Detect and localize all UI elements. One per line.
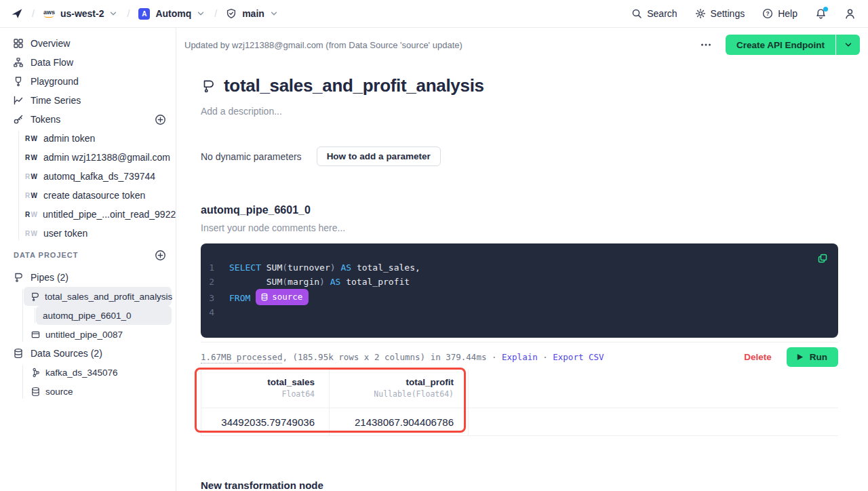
token-permissions: RW	[25, 211, 37, 218]
create-api-endpoint-caret-button[interactable]	[836, 35, 860, 55]
sidebar-item-label: Time Series	[31, 95, 81, 106]
token-item[interactable]: RW automq_kafka_ds_739744	[0, 167, 176, 186]
token-item[interactable]: RW user token	[0, 224, 176, 243]
query-stats: 1.67MB processed, (185.95k rows x 2 colu…	[201, 352, 604, 362]
help-icon: ?	[762, 8, 773, 19]
token-permissions: RW	[25, 135, 38, 142]
copy-icon[interactable]	[816, 252, 829, 265]
group-label: Pipes (2)	[31, 272, 68, 283]
token-item[interactable]: RW admin token	[0, 129, 176, 148]
user-button[interactable]	[844, 8, 856, 20]
branch-name: main	[242, 8, 264, 19]
sidebar-item-playground[interactable]: Playground	[0, 72, 176, 91]
database-icon	[260, 293, 269, 301]
pipe-icon	[13, 272, 24, 283]
settings-button[interactable]: Settings	[695, 8, 745, 19]
column-header: total_sales Float64	[201, 370, 330, 408]
token-label: admin token	[43, 133, 95, 144]
table-cell: 21438067.904406786	[330, 408, 469, 435]
branch-selector[interactable]: main	[226, 8, 279, 19]
tinybird-logo-icon[interactable]	[11, 7, 23, 20]
chart-line-icon	[13, 95, 24, 106]
processed-stat[interactable]: 1.67MB processed	[201, 352, 282, 364]
sidebar-item-tokens[interactable]: Tokens	[0, 110, 176, 129]
help-label: Help	[778, 8, 797, 19]
description-placeholder[interactable]: Add a description...	[201, 106, 838, 117]
sidebar-item-time-series[interactable]: Time Series	[0, 91, 176, 110]
settings-label: Settings	[711, 8, 745, 19]
search-label: Search	[647, 8, 677, 19]
sidebar-item-data-flow[interactable]: Data Flow	[0, 53, 176, 72]
create-api-endpoint-split-button: Create API Endpoint	[726, 35, 860, 55]
org-name: Automq	[155, 8, 191, 19]
line-number: 2	[201, 275, 229, 289]
project-tree: Pipes (2) total_sales_and_profit_analysi…	[0, 268, 176, 401]
workspace-selector[interactable]: aws us-west-2	[43, 8, 119, 19]
how-to-add-parameter-button[interactable]: How to add a parameter	[317, 146, 441, 166]
pipe-icon	[30, 292, 40, 302]
help-button[interactable]: ? Help	[762, 8, 797, 19]
node-comments-placeholder[interactable]: Insert your node comments here...	[201, 222, 838, 233]
search-icon	[631, 8, 642, 19]
sidebar-item-pipe[interactable]: untitled_pipe_0087	[0, 325, 176, 344]
token-label: automq_kafka_ds_739744	[43, 171, 155, 182]
sidebar-item-overview[interactable]: Overview	[0, 34, 176, 53]
sidebar-item-datasource[interactable]: kafka_ds_345076	[0, 363, 176, 382]
token-permissions: RW	[25, 230, 38, 237]
token-label: user token	[43, 228, 87, 239]
datasource-label: source	[45, 387, 73, 397]
column-header: total_profit Nullable(Float64)	[330, 370, 469, 408]
create-api-endpoint-button[interactable]: Create API Endpoint	[726, 35, 835, 55]
column-type: Nullable(Float64)	[330, 389, 454, 399]
chevron-down-icon	[108, 9, 118, 18]
token-label: untitled_pipe_...oint_read_9922	[43, 209, 176, 220]
sql-editor[interactable]: 1SELECT SUM(turnover) AS total_sales, 2 …	[201, 243, 838, 338]
chevron-down-icon	[196, 9, 205, 18]
table-cell: 34492035.79749036	[201, 408, 330, 435]
table-row: 34492035.79749036 21438067.904406786	[201, 408, 838, 436]
sidebar-item-node-selected[interactable]: automq_pipe_6601_0	[36, 306, 172, 325]
key-icon	[13, 114, 24, 125]
aws-icon: aws	[43, 9, 55, 18]
token-permissions: RW	[25, 154, 38, 161]
breadcrumb-separator: /	[127, 8, 130, 19]
export-csv-link[interactable]: Export CSV	[553, 352, 604, 362]
play-icon	[796, 353, 804, 361]
run-button[interactable]: Run	[787, 347, 838, 367]
playground-icon	[13, 76, 24, 87]
more-options-button[interactable]	[697, 36, 715, 54]
code-line: 3FROM source	[201, 289, 838, 305]
add-token-button[interactable]	[155, 114, 166, 125]
notifications-button[interactable]	[815, 8, 827, 20]
add-resource-button[interactable]	[155, 250, 166, 261]
pipe-icon	[201, 79, 216, 94]
org-selector[interactable]: A Automq	[138, 8, 205, 20]
notification-dot	[823, 7, 828, 12]
sidebar-item-label: Playground	[31, 76, 79, 87]
explain-link[interactable]: Explain	[502, 352, 538, 362]
datasource-pill[interactable]: source	[256, 289, 309, 305]
token-list: RW admin token RW admin wzj121388@gmail.…	[0, 129, 176, 243]
token-item[interactable]: RW admin wzj121388@gmail.com	[0, 148, 176, 167]
pill-label: source	[272, 290, 302, 304]
group-label: Data Sources (2)	[31, 348, 102, 359]
tree-line	[35, 308, 35, 323]
search-button[interactable]: Search	[631, 8, 677, 19]
pipe-label: untitled_pipe_0087	[45, 330, 123, 340]
sidebar-group-data-sources[interactable]: Data Sources (2)	[0, 344, 176, 363]
token-label: admin wzj121388@gmail.com	[43, 152, 170, 163]
sidebar-item-datasource[interactable]: source	[0, 382, 176, 401]
flow-icon	[13, 57, 24, 68]
token-item[interactable]: RW create datasource token	[0, 186, 176, 205]
code-line: 2 SUM(margin) AS total_profit	[201, 275, 838, 289]
sidebar-item-pipe-selected[interactable]: total_sales_and_profit_analysis	[24, 287, 172, 306]
sidebar-item-label: Tokens	[31, 114, 60, 125]
token-item[interactable]: RW untitled_pipe_...oint_read_9922	[0, 205, 176, 224]
column-name: total_sales	[201, 377, 315, 387]
sidebar-group-pipes[interactable]: Pipes (2)	[0, 268, 176, 287]
sidebar: Overview Data Flow Playground Time Serie…	[0, 28, 176, 491]
token-label: create datasource token	[43, 190, 145, 201]
breadcrumb-separator: /	[214, 8, 217, 19]
node-name[interactable]: automq_pipe_6601_0	[201, 204, 838, 216]
delete-node-button[interactable]: Delete	[744, 352, 772, 362]
